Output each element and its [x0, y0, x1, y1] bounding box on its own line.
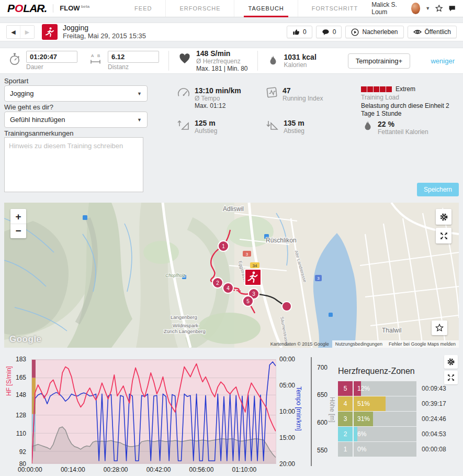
user-menu-caret-icon[interactable]: ▼ [425, 6, 430, 11]
hr-value: 148 S/min [196, 50, 248, 58]
visibility-button[interactable]: Öffentlich [408, 26, 457, 38]
divider [257, 51, 258, 71]
nav-item-feed[interactable]: FEED [121, 0, 165, 17]
comment-button[interactable]: 0 [316, 26, 342, 38]
zone-bar: 0% [354, 442, 416, 457]
town-label: Adliswil [223, 205, 244, 213]
map-terms-link[interactable]: Nutzungsbedingungen [332, 340, 386, 348]
zone-time: 00:00:08 [422, 446, 446, 453]
training-load-description: Belastung durch diese Einheit 2 Tage 1 S… [361, 102, 458, 118]
sport-select[interactable]: Jogging ▼ [4, 85, 148, 102]
summary-bar: Dauer AB Distanz 148 S/min Ø Herzfrequen… [0, 48, 463, 74]
distance-input[interactable] [108, 51, 159, 63]
svg-text:5: 5 [246, 298, 250, 304]
map-favorite-button[interactable] [432, 320, 447, 335]
zone-percent: 12% [357, 385, 370, 392]
descent-value: 135 m [284, 119, 304, 127]
ascent-icon [177, 119, 190, 131]
zone-bar: 51% [354, 396, 416, 411]
hr-minmax: Max. 181 | Min. 80 [196, 65, 248, 72]
route-map[interactable]: 3 34 3 Adliswil Rüschlikon Thalwil Lange… [4, 203, 459, 348]
favorites-star-icon[interactable] [435, 4, 443, 13]
nav-item-erforsche[interactable]: ERFORSCHE [165, 0, 234, 17]
zone-percent: 31% [357, 415, 370, 423]
fat-label: Fettanteil Kalorien [378, 128, 428, 136]
details-section: Sportart Jogging ▼ Wie geht es dir? Gefü… [0, 74, 463, 201]
axis-tick: 148 [16, 391, 26, 398]
svg-text:34: 34 [253, 263, 257, 268]
heart-icon [178, 53, 191, 64]
like-button[interactable]: 0 [287, 26, 312, 38]
route-shield-blue: 3 [315, 275, 322, 281]
messages-icon[interactable] [448, 4, 456, 13]
km-marker-1[interactable]: 1 [218, 241, 229, 251]
training-load-label: Training Load [361, 94, 458, 101]
map-settings-button[interactable] [436, 209, 451, 225]
km-marker-2[interactable]: 2 [212, 278, 223, 288]
tempo-axis-label: Tempo [min/km] [295, 386, 302, 431]
route-end-marker[interactable] [282, 302, 291, 311]
route-start-marker[interactable] [245, 269, 261, 285]
duration-input[interactable] [26, 51, 77, 63]
training-load-square [380, 86, 386, 92]
town-label: Langenberg [171, 314, 197, 320]
park-label: Wildnispark [173, 323, 198, 328]
select-caret-icon: ▼ [137, 91, 142, 96]
tempotraining-tag-button[interactable]: Tempotraining+ [348, 53, 410, 69]
eye-icon [413, 29, 422, 35]
thumb-up-icon [292, 28, 300, 36]
calories-label: Kalorien [284, 61, 317, 69]
map-fullscreen-button[interactable] [436, 228, 451, 243]
training-load-square [374, 86, 379, 92]
zone-row-2: 2 6% 00:04:53 [338, 427, 459, 441]
zoom-in-button[interactable]: + [10, 210, 26, 224]
username[interactable]: Malick S. Loum [371, 1, 406, 16]
nav-item-fortschritt[interactable]: FORTSCHRITT [298, 0, 371, 17]
svg-text:A: A [91, 53, 94, 58]
zone-percent: 0% [357, 446, 366, 453]
save-button[interactable]: Speichern [417, 183, 459, 196]
town-label: Rüschlikon [266, 237, 297, 244]
relive-button[interactable]: Nacherleben [345, 26, 403, 38]
show-less-link[interactable]: weniger [431, 57, 455, 65]
feeling-select[interactable]: Gefühl hinzufügen ▼ [4, 112, 148, 128]
next-session-button[interactable]: ▶ [20, 26, 34, 38]
zone-row-1: 1 0% 00:00:08 [338, 442, 459, 457]
visibility-label: Öffentlich [425, 28, 451, 36]
svg-text:B: B [97, 53, 100, 58]
map-feedback-link[interactable]: Fehler bei Google Maps melden [386, 340, 459, 348]
nav-item-tagebuch[interactable]: TAGEBUCH [234, 0, 297, 17]
zone-row-4: 4 51% 00:39:17 [338, 396, 459, 411]
zones-settings-button[interactable] [444, 355, 458, 369]
logo-o: O [15, 2, 22, 15]
zones-fullscreen-button[interactable] [444, 371, 458, 384]
notes-textarea[interactable] [4, 137, 143, 192]
zone-percent: 6% [357, 430, 366, 438]
chart-plot[interactable] [31, 359, 276, 464]
flow-logo: FLOWbeta [53, 4, 89, 12]
zone-number: 4 [338, 396, 353, 411]
zone-time: 00:39:17 [422, 400, 446, 407]
training-chart[interactable]: HF [S/min] 1831651481281109280 00:0005:0… [4, 355, 335, 476]
history-buttons: ◀ ▶ [6, 25, 35, 39]
route-shield-red: 3 [243, 251, 251, 257]
zone-number: 1 [338, 442, 353, 457]
zone-percent: 51% [357, 400, 370, 407]
route-shield-yellow: 34 [250, 262, 259, 268]
km-marker-4[interactable]: 4 [223, 283, 233, 293]
zone-bar: 12% [354, 381, 416, 396]
hf-axis-ticks: 1831651481281109280 [4, 359, 28, 464]
training-load-square [361, 86, 367, 92]
sport-label: Sportart [4, 77, 28, 85]
divider [168, 51, 169, 71]
km-marker-5[interactable]: 5 [243, 296, 253, 306]
zoom-out-button[interactable]: − [10, 224, 26, 237]
axis-tick: 550 [317, 447, 328, 454]
axis-tick: 00:28:00 [104, 466, 128, 473]
polar-logo[interactable]: POLAR. [7, 2, 47, 15]
calories-value: 1031 kcal [284, 53, 317, 61]
logo-rest: LAR. [23, 2, 47, 15]
prev-session-button[interactable]: ◀ [7, 26, 20, 38]
avatar[interactable] [411, 3, 421, 14]
training-load-square [386, 86, 392, 92]
